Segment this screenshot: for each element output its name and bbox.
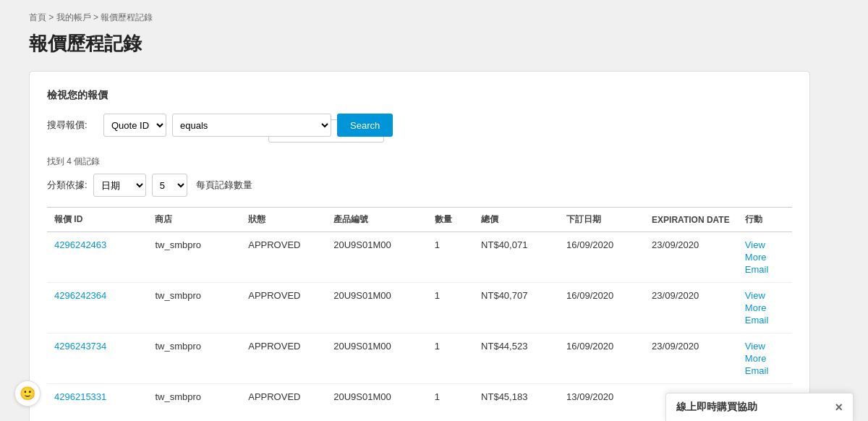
cell-order-date: 16/09/2020: [559, 232, 644, 283]
cell-order-date: 13/09/2020: [559, 384, 644, 422]
action-link-more[interactable]: More: [745, 252, 785, 263]
result-info: 找到 4 個記錄: [47, 156, 792, 168]
cell-product: 20U9S01M00: [326, 283, 427, 333]
cell-price: NT$45,183: [474, 384, 559, 422]
chat-header: 線上即時購買協助 ×: [666, 394, 853, 421]
section-title: 檢視您的報價: [47, 89, 792, 102]
action-link-view[interactable]: View: [745, 239, 785, 250]
cell-id: 4296243734: [47, 333, 148, 384]
col-header-price: 總價: [474, 208, 559, 232]
cell-status: APPROVED: [241, 384, 326, 422]
cell-product: 20U9S01M00: [326, 333, 427, 384]
sort-row: 分類依據: 日期 報價ID 狀態 5 10 20 每頁記錄數量: [47, 174, 792, 197]
action-cell: ViewMoreEmail: [745, 290, 785, 326]
quotes-table: 報價 ID 商店 狀態 產品編號 數量 總價 下訂日期 EXPIRATION D…: [47, 207, 792, 421]
cell-qty: 1: [427, 384, 474, 422]
cell-price: NT$44,523: [474, 333, 559, 384]
action-link-view[interactable]: View: [745, 341, 785, 352]
col-header-status: 狀態: [241, 208, 326, 232]
action-cell: ViewMoreEmail: [745, 239, 785, 275]
cell-qty: 1: [427, 283, 474, 333]
sort-select[interactable]: 日期 報價ID 狀態: [93, 174, 146, 197]
cell-action: ViewMoreEmail: [738, 333, 792, 384]
cell-store: tw_smbpro: [148, 333, 241, 384]
cell-id: 4296242364: [47, 283, 148, 333]
cell-qty: 1: [427, 333, 474, 384]
cell-price: NT$40,071: [474, 232, 559, 283]
cell-product: 20U9S01M00: [326, 384, 427, 422]
cell-id: 4296215331: [47, 384, 148, 422]
cell-store: tw_smbpro: [148, 232, 241, 283]
cell-exp-date: 23/09/2020: [644, 333, 738, 384]
search-operator-select[interactable]: equals contains starts with: [172, 114, 331, 137]
cell-action: ViewMoreEmail: [738, 283, 792, 333]
search-label: 搜尋報價:: [47, 119, 98, 132]
cell-status: APPROVED: [241, 333, 326, 384]
sort-label: 分類依據:: [47, 179, 88, 192]
col-header-order-date: 下訂日期: [559, 208, 644, 232]
cell-exp-date: 23/09/2020: [644, 232, 738, 283]
cell-exp-date: 23/09/2020: [644, 283, 738, 333]
per-page-select[interactable]: 5 10 20: [152, 174, 187, 197]
cell-store: tw_smbpro: [148, 283, 241, 333]
action-link-more[interactable]: More: [745, 353, 785, 364]
quote-id-link[interactable]: 4296215331: [54, 391, 106, 402]
table-header-row: 報價 ID 商店 狀態 產品編號 數量 總價 下訂日期 EXPIRATION D…: [47, 208, 792, 232]
quote-id-link[interactable]: 4296242364: [54, 290, 106, 301]
cell-qty: 1: [427, 232, 474, 283]
cell-status: APPROVED: [241, 232, 326, 283]
cell-price: NT$40,707: [474, 283, 559, 333]
cell-order-date: 16/09/2020: [559, 283, 644, 333]
action-link-email[interactable]: Email: [745, 315, 785, 326]
emoji-icon: 🙂: [20, 386, 35, 401]
cell-action: ViewMoreEmail: [738, 232, 792, 283]
action-link-view[interactable]: View: [745, 290, 785, 301]
page-wrapper: 首頁 > 我的帳戶 > 報價歷程記錄 報價歷程記錄 檢視您的報價 搜尋報價: Q…: [0, 0, 868, 421]
chat-widget: 線上即時購買協助 ×: [665, 393, 854, 421]
action-link-email[interactable]: Email: [745, 365, 785, 376]
col-header-qty: 數量: [427, 208, 474, 232]
quote-id-link[interactable]: 4296242463: [54, 239, 106, 250]
action-link-more[interactable]: More: [745, 302, 785, 313]
search-field-select[interactable]: Quote ID Store Status: [103, 114, 166, 137]
table-row: 4296243734 tw_smbpro APPROVED 20U9S01M00…: [47, 333, 792, 384]
page-title: 報價歷程記錄: [29, 31, 839, 56]
emoji-button[interactable]: 🙂: [14, 380, 41, 407]
quote-id-link[interactable]: 4296243734: [54, 341, 106, 352]
table-row: 4296242364 tw_smbpro APPROVED 20U9S01M00…: [47, 283, 792, 333]
col-header-exp-date: EXPIRATION DATE: [644, 208, 738, 232]
cell-store: tw_smbpro: [148, 384, 241, 422]
col-header-id: 報價 ID: [47, 208, 148, 232]
table-row: 4296242463 tw_smbpro APPROVED 20U9S01M00…: [47, 232, 792, 283]
chat-close-button[interactable]: ×: [835, 401, 843, 414]
cell-product: 20U9S01M00: [326, 232, 427, 283]
cell-status: APPROVED: [241, 283, 326, 333]
cell-order-date: 16/09/2020: [559, 333, 644, 384]
col-header-product: 產品編號: [326, 208, 427, 232]
action-cell: ViewMoreEmail: [745, 341, 785, 376]
cell-id: 4296242463: [47, 232, 148, 283]
breadcrumb: 首頁 > 我的帳戶 > 報價歷程記錄: [29, 12, 839, 24]
col-header-store: 商店: [148, 208, 241, 232]
chat-title: 線上即時購買協助: [676, 401, 757, 414]
per-page-label: 每頁記錄數量: [196, 179, 252, 192]
search-button[interactable]: Search: [337, 114, 393, 137]
main-card: 檢視您的報價 搜尋報價: Quote ID Store Status equal…: [29, 71, 810, 421]
action-link-email[interactable]: Email: [745, 264, 785, 275]
col-header-action: 行動: [738, 208, 792, 232]
